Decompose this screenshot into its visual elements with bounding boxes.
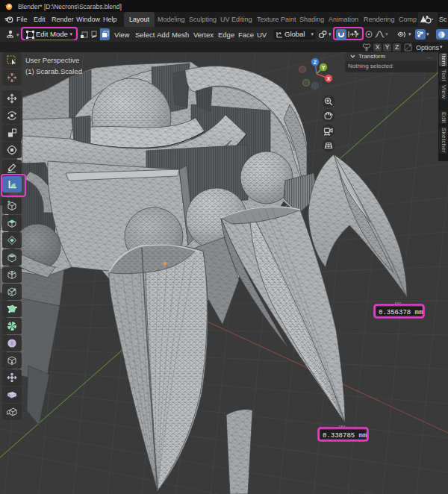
svg-text:0.338785 mm: 0.338785 mm <box>323 432 367 440</box>
svg-text:Z: Z <box>314 60 317 65</box>
svg-text:X: X <box>327 76 331 81</box>
svg-text:0.356378 mm: 0.356378 mm <box>379 309 423 316</box>
svg-text:Y: Y <box>322 65 326 70</box>
